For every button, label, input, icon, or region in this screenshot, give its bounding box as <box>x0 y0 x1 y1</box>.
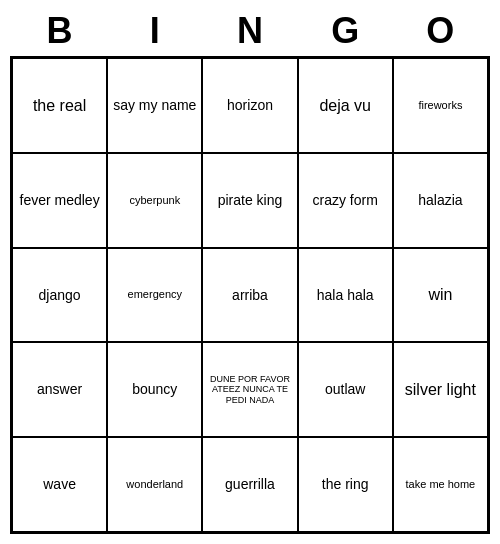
letter-b: B <box>16 10 104 52</box>
bingo-cell[interactable]: bouncy <box>107 342 202 437</box>
bingo-cell[interactable]: silver light <box>393 342 488 437</box>
bingo-cell[interactable]: fever medley <box>12 153 107 248</box>
bingo-cell[interactable]: emergency <box>107 248 202 343</box>
bingo-cell[interactable]: the ring <box>298 437 393 532</box>
letter-g: G <box>301 10 389 52</box>
bingo-cell[interactable]: arriba <box>202 248 297 343</box>
letter-n: N <box>206 10 294 52</box>
letter-i: I <box>111 10 199 52</box>
bingo-cell[interactable]: django <box>12 248 107 343</box>
bingo-cell[interactable]: cyberpunk <box>107 153 202 248</box>
bingo-cell[interactable]: deja vu <box>298 58 393 153</box>
bingo-cell[interactable]: say my name <box>107 58 202 153</box>
bingo-cell[interactable]: guerrilla <box>202 437 297 532</box>
bingo-grid: the realsay my namehorizondeja vufirewor… <box>10 56 490 534</box>
bingo-cell[interactable]: the real <box>12 58 107 153</box>
bingo-cell[interactable]: hala hala <box>298 248 393 343</box>
bingo-cell[interactable]: answer <box>12 342 107 437</box>
bingo-cell[interactable]: DUNE POR FAVOR ATEEZ NUNCA TE PEDI NADA <box>202 342 297 437</box>
bingo-cell[interactable]: wonderland <box>107 437 202 532</box>
letter-o: O <box>396 10 484 52</box>
bingo-cell[interactable]: horizon <box>202 58 297 153</box>
bingo-cell[interactable]: fireworks <box>393 58 488 153</box>
bingo-cell[interactable]: wave <box>12 437 107 532</box>
bingo-cell[interactable]: take me home <box>393 437 488 532</box>
bingo-cell[interactable]: crazy form <box>298 153 393 248</box>
bingo-title: B I N G O <box>10 10 490 52</box>
bingo-cell[interactable]: pirate king <box>202 153 297 248</box>
bingo-cell[interactable]: halazia <box>393 153 488 248</box>
bingo-cell[interactable]: win <box>393 248 488 343</box>
bingo-cell[interactable]: outlaw <box>298 342 393 437</box>
